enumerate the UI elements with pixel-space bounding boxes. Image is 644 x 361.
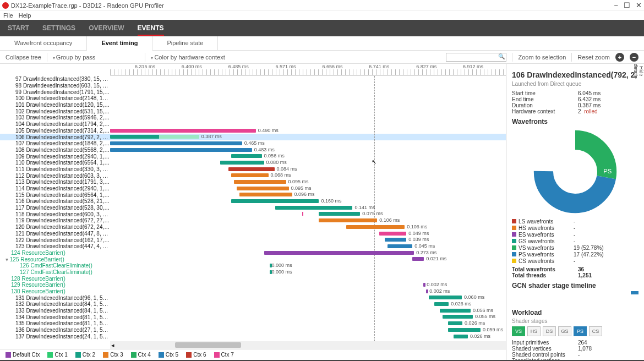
event-row[interactable]: 132 DrawIndexedInstanced(84, 1, 53517,..… <box>0 301 506 308</box>
maximize-button[interactable]: ☐ <box>624 1 630 9</box>
event-bar[interactable] <box>231 173 269 177</box>
stage-box-vs[interactable]: VS <box>512 326 525 336</box>
stage-box-ps[interactable]: PS <box>574 326 587 336</box>
event-bar[interactable] <box>426 289 428 293</box>
event-bar[interactable] <box>388 244 412 248</box>
group-by-dropdown[interactable]: Group by pass <box>53 54 96 61</box>
event-bar[interactable] <box>220 161 264 165</box>
event-row[interactable]: 134 DrawIndexedInstanced(81, 1, 53687,..… <box>0 314 506 320</box>
event-row[interactable]: 99 DrawIndexedInstanced(1791, 15, 978... <box>0 89 506 95</box>
event-bar[interactable] <box>228 167 275 171</box>
reset-zoom-button[interactable]: Reset zoom <box>577 54 610 61</box>
zoom-out-button[interactable]: − <box>630 53 638 62</box>
event-row[interactable]: 131 DrawIndexedInstanced(96, 1, 53453,..… <box>0 294 506 301</box>
event-bar[interactable] <box>319 218 377 222</box>
subtab-wavefront[interactable]: Wavefront occupancy <box>0 36 87 50</box>
event-bar[interactable] <box>264 251 414 255</box>
tab-overview[interactable]: OVERVIEW <box>89 24 124 32</box>
search-icon[interactable]: 🔍 <box>498 53 505 59</box>
event-bar[interactable] <box>237 187 289 190</box>
event-bar[interactable] <box>412 257 424 261</box>
subtab-event-timing[interactable]: Event timing <box>87 36 152 51</box>
event-bar[interactable] <box>385 238 406 242</box>
event-row[interactable]: 109 DrawIndexedInstanced(2940, 1, 134...… <box>0 153 506 160</box>
event-row[interactable]: 121 DrawIndexedInstanced(447, 8, 1957...… <box>0 231 506 237</box>
event-row[interactable]: 115 DrawIndexedInstanced(6564, 1, 133...… <box>0 192 506 198</box>
event-bar[interactable] <box>319 212 360 216</box>
event-row[interactable]: 122 DrawIndexedInstanced(162, 17, 121...… <box>0 237 506 243</box>
event-bar[interactable] <box>239 193 292 196</box>
event-bar[interactable] <box>110 148 252 152</box>
zoom-to-selection-button[interactable]: Zoom to selection <box>518 54 566 61</box>
event-bar[interactable] <box>275 206 353 210</box>
event-row[interactable]: 97 DrawIndexedInstanced(330, 15, 9781... <box>0 76 506 83</box>
stage-box-hs[interactable]: HS <box>527 326 541 336</box>
event-row[interactable]: 103 DrawIndexedInstanced(5946, 2, 100... <box>0 114 506 121</box>
event-row[interactable]: 126 CmdFastClearEliminate()0.000 ms <box>0 262 506 269</box>
event-row[interactable]: 130 ResourceBarrier()0.002 ms <box>0 288 506 295</box>
event-row[interactable]: 106 DrawIndexedInstanced(792, 2, 9383...… <box>0 134 506 140</box>
menu-file[interactable]: File <box>3 12 13 19</box>
event-row[interactable]: 114 DrawIndexedInstanced(2940, 1, 133...… <box>0 185 506 192</box>
menu-help[interactable]: Help <box>19 12 31 19</box>
event-row[interactable]: 127 CmdFastClearEliminate()0.000 ms <box>0 269 506 276</box>
event-row[interactable]: 113 DrawIndexedInstanced(1791, 3, 102...… <box>0 179 506 185</box>
event-bar[interactable] <box>379 232 406 236</box>
search-input[interactable] <box>446 53 506 62</box>
collapse-tree-button[interactable]: Collapse tree <box>6 54 41 61</box>
event-row[interactable]: 120 DrawIndexedInstanced(672, 24, 124...… <box>0 224 506 231</box>
tab-settings[interactable]: SETTINGS <box>42 24 75 32</box>
color-by-dropdown[interactable]: Color by hardware context <box>151 54 225 61</box>
event-bar[interactable] <box>434 302 449 306</box>
event-bar[interactable] <box>231 199 319 203</box>
event-bar[interactable] <box>346 225 405 229</box>
event-bar[interactable] <box>110 129 256 133</box>
subtab-pipeline-state[interactable]: Pipeline state <box>152 36 218 50</box>
event-row[interactable]: 133 DrawIndexedInstanced(84, 1, 53631,..… <box>0 308 506 314</box>
event-row[interactable]: 107 DrawIndexedInstanced(1848, 2, 938...… <box>0 140 506 147</box>
event-row[interactable]: 129 ResourceBarrier()0.002 ms <box>0 282 506 288</box>
event-bar[interactable] <box>440 309 471 313</box>
event-row[interactable]: 137 DrawIndexedInstanced(24, 1, 54126,..… <box>0 333 506 340</box>
event-row[interactable]: 135 DrawIndexedInstanced(81, 1, 53742,..… <box>0 320 506 327</box>
event-row[interactable]: 101 DrawIndexedInstanced(120, 15, 979... <box>0 102 506 108</box>
zoom-in-button[interactable]: + <box>615 53 624 62</box>
event-row[interactable]: 116 DrawIndexedInstanced(528, 21, 228...… <box>0 198 506 205</box>
time-ruler[interactable]: 6.315 ms6.400 ms6.485 ms6.571 ms6.656 ms… <box>110 64 506 76</box>
horizontal-scrollbar[interactable]: ◂ <box>110 341 506 349</box>
event-row[interactable]: ▾ 125 ResourceBarrier()0.021 ms <box>0 256 506 262</box>
event-row[interactable]: 117 DrawIndexedInstanced(528, 30, 131...… <box>0 205 506 211</box>
minimize-button[interactable]: − <box>614 1 618 9</box>
event-bar[interactable] <box>423 283 425 287</box>
event-row[interactable]: 123 DrawIndexedInstanced(447, 4, 1229...… <box>0 243 506 250</box>
event-bar[interactable] <box>234 180 286 184</box>
event-bar[interactable] <box>429 296 462 299</box>
event-bar[interactable] <box>231 154 262 158</box>
hide-details-button[interactable]: Hide details <box>636 64 644 78</box>
event-row[interactable]: 111 DrawIndexedInstanced(330, 3, 1026...… <box>0 166 506 173</box>
tab-events[interactable]: EVENTS <box>138 24 164 36</box>
event-row[interactable]: 100 DrawIndexedInstanced(2148, 15, 979..… <box>0 95 506 102</box>
event-bar[interactable] <box>448 321 462 325</box>
stage-box-gs[interactable]: GS <box>558 326 571 336</box>
event-bar[interactable] <box>448 328 481 332</box>
event-bar[interactable] <box>443 315 473 319</box>
event-row[interactable]: 104 DrawIndexedInstanced(1794, 2, 100... <box>0 121 506 128</box>
stage-box-cs[interactable]: CS <box>589 326 602 336</box>
event-row[interactable]: 124 ResourceBarrier()0.273 ms <box>0 250 506 256</box>
event-row[interactable]: 112 DrawIndexedInstanced(603, 3, 1026...… <box>0 172 506 179</box>
close-button[interactable]: ✕ <box>636 1 642 9</box>
event-row[interactable]: 110 DrawIndexedInstanced(6564, 1, 134...… <box>0 160 506 166</box>
event-bar[interactable] <box>110 135 199 139</box>
event-row[interactable]: 118 DrawIndexedInstanced(600, 3, 1353...… <box>0 211 506 217</box>
tab-start[interactable]: START <box>8 24 29 32</box>
event-row[interactable]: 136 DrawIndexedInstanced(27, 1, 54059,..… <box>0 327 506 333</box>
event-row[interactable]: 128 ResourceBarrier() <box>0 275 506 282</box>
event-row[interactable]: 119 DrawIndexedInstanced(672, 27, 761...… <box>0 217 506 224</box>
event-row[interactable]: 98 DrawIndexedInstanced(603, 15, 9782... <box>0 83 506 89</box>
event-row[interactable]: 105 DrawIndexedInstanced(7314, 2, 100...… <box>0 128 506 134</box>
event-bar[interactable] <box>454 335 468 338</box>
event-row[interactable]: 108 DrawIndexedInstanced(5568, 2, 939...… <box>0 147 506 154</box>
event-row[interactable]: 102 DrawIndexedInstanced(531, 15, 979... <box>0 108 506 114</box>
event-rows[interactable]: ↖ 97 DrawIndexedInstanced(330, 15, 9781.… <box>0 76 506 341</box>
